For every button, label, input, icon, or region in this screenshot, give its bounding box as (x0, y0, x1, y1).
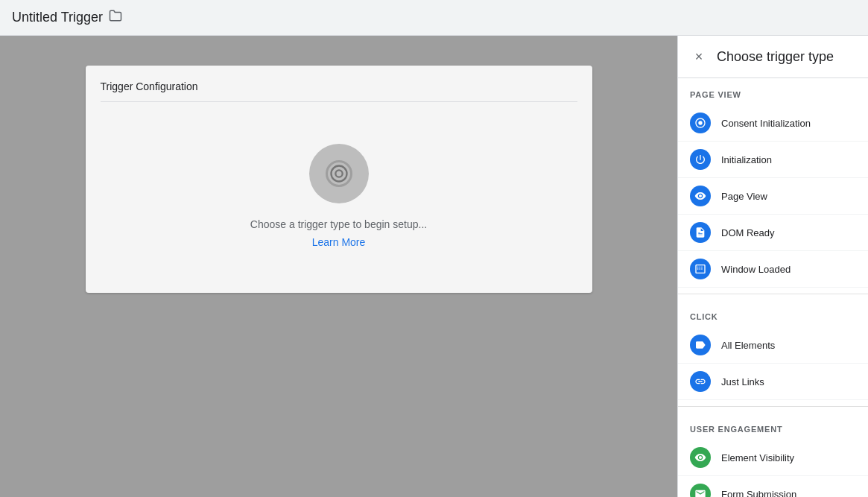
section-header-click: Click (678, 300, 868, 327)
close-button[interactable]: × (690, 48, 708, 66)
dom-ready-icon (690, 222, 711, 243)
form-submission-label: Form Submission (721, 489, 796, 498)
trigger-placeholder-icon (309, 144, 369, 203)
panel-title: Choose trigger type (717, 49, 834, 65)
element-visibility-label: Element Visibility (721, 452, 794, 463)
trigger-item-dom-ready[interactable]: DOM Ready (678, 215, 868, 251)
window-loaded-icon (690, 259, 711, 279)
panel-header: × Choose trigger type (678, 36, 868, 78)
just-links-icon (690, 371, 711, 392)
folder-icon[interactable] (109, 9, 122, 26)
all-elements-icon (690, 335, 711, 355)
initialization-label: Initialization (721, 154, 772, 165)
trigger-item-page-view[interactable]: Page View (678, 178, 868, 215)
trigger-inner-icon (326, 160, 352, 187)
element-visibility-icon (690, 447, 711, 468)
trigger-config-card: Trigger Configuration Choose a trigger t… (86, 66, 592, 293)
main-layout: Trigger Configuration Choose a trigger t… (0, 36, 868, 497)
window-loaded-label: Window Loaded (721, 264, 791, 275)
section-header-user-engagement: User Engagement (678, 413, 868, 440)
page-title-container: Untitled Trigger (12, 9, 122, 26)
consent-initialization-icon (690, 113, 711, 133)
initialization-icon (690, 149, 711, 170)
trigger-config-title: Trigger Configuration (101, 80, 577, 102)
right-panel: × Choose trigger type Page View Consent … (677, 36, 868, 497)
trigger-item-form-submission[interactable]: Form Submission (678, 476, 868, 497)
all-elements-label: All Elements (721, 340, 775, 351)
divider-user-engagement (678, 406, 868, 407)
top-bar: Untitled Trigger (0, 0, 868, 36)
trigger-prompt-text: Choose a trigger type to begin setup... (250, 218, 427, 230)
trigger-item-all-elements[interactable]: All Elements (678, 327, 868, 364)
content-area: Trigger Configuration Choose a trigger t… (0, 36, 677, 497)
consent-initialization-label: Consent Initialization (721, 118, 811, 129)
svg-point-1 (335, 170, 342, 177)
trigger-item-element-visibility[interactable]: Element Visibility (678, 440, 868, 476)
trigger-item-initialization[interactable]: Initialization (678, 142, 868, 178)
page-view-label: Page View (721, 191, 767, 202)
page-title: Untitled Trigger (12, 10, 103, 25)
dom-ready-label: DOM Ready (721, 227, 775, 238)
trigger-config-body: Choose a trigger type to begin setup... … (101, 114, 577, 278)
page-view-icon (690, 186, 711, 206)
trigger-item-just-links[interactable]: Just Links (678, 364, 868, 400)
svg-point-0 (331, 166, 346, 182)
svg-point-2 (698, 121, 702, 124)
just-links-label: Just Links (721, 376, 764, 387)
trigger-item-window-loaded[interactable]: Window Loaded (678, 251, 868, 288)
learn-more-link[interactable]: Learn More (312, 236, 366, 248)
trigger-item-consent-initialization[interactable]: Consent Initialization (678, 105, 868, 142)
form-submission-icon (690, 484, 711, 497)
panel-content: Page View Consent Initialization Initial… (678, 78, 868, 497)
divider-click (678, 294, 868, 294)
section-header-page-view: Page View (678, 78, 868, 105)
